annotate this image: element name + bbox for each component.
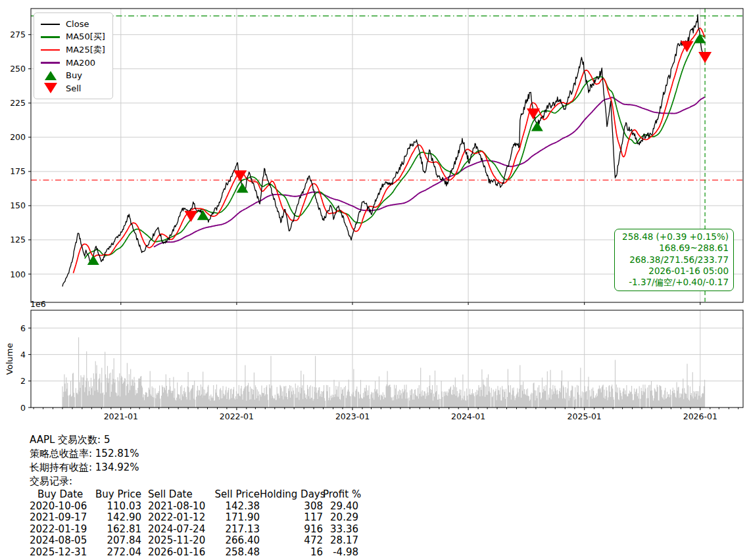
trade-cell: 29.40 [323,501,358,513]
legend-item-ma25: MA25[卖] [41,43,105,57]
stock-strategy-figure: 10012515017520022525027502462021-012022-… [0,0,749,560]
annotation-ma-values: 268.38/271.56/233.77 [619,254,729,266]
axis-tick-label: 2024-01 [451,411,485,421]
axis-tick-label: 175 [10,166,26,176]
legend-item-buy: Buy [41,69,105,82]
axis-tick-label: 250 [10,64,26,74]
legend-label: MA25[卖] [66,44,105,56]
trade-cell: -4.98 [323,547,358,559]
trade-cell: 2022-01-12 [141,512,210,524]
axis-tick-label: 150 [10,200,26,210]
trade-cell: 207.84 [95,535,141,547]
axis-tick-label: 0 [20,403,26,413]
annotation-range: 168.69~288.61 [619,243,729,254]
close-line-swatch [41,24,60,26]
trade-cell: 2025-12-31 [30,547,95,559]
axis-tick-label: 2022-01 [220,411,254,421]
col-sell-date: Sell Date [141,489,210,501]
axis-tick-label: 2 [20,376,26,386]
col-holding-days: Holding Days [260,489,323,501]
trade-cell: 2025-11-20 [141,535,210,547]
trade-cell: 142.38 [210,501,260,513]
legend-label: Close [66,19,89,29]
legend-item-ma200: MA200 [41,57,105,70]
legend-label: MA50[买] [66,31,105,43]
volume-bars [62,337,705,408]
trade-count-line: AAPL 交易次数: 5 [30,433,358,447]
trade-cell: 258.48 [210,547,260,559]
axis-tick-label: 2026-01 [683,411,717,421]
col-buy-date: Buy Date [30,489,95,501]
ma25-line-swatch [41,49,60,51]
trade-cell: 142.90 [95,512,141,524]
trade-cell: 2021-08-10 [141,501,210,513]
col-profit: Profit % [323,489,358,501]
trade-row: 2025-12-31272.042026-01-16258.4816-4.98 [30,547,358,559]
axis-tick-label: 2021-01 [104,411,138,421]
legend-label: Sell [66,83,81,93]
trade-cell: 266.40 [210,535,260,547]
axis-tick-label: 225 [10,98,26,108]
volume-axis-label: Volume [5,343,14,375]
trade-cell: 28.17 [323,535,358,547]
axis-tick-label: 125 [10,235,26,245]
axis-tick-label: 6 [20,323,26,333]
axis-tick-label: 4 [20,350,26,360]
trade-cell: 2024-08-05 [30,535,95,547]
legend: Close MA50[买] MA25[卖] MA200 Buy Sell [34,12,113,99]
trade-cell: 2022-01-19 [30,524,95,536]
legend-item-sell: Sell [41,82,105,95]
legend-label: MA200 [66,58,95,68]
quote-annotation-box: 258.48 (+0.39 +0.15%) 168.69~288.61 268.… [614,229,734,291]
annotation-bias: -1.37/偏空/+0.40/-0.17 [619,277,729,288]
trade-cell: 20.29 [323,512,358,524]
trade-cell: 472 [260,535,323,547]
trade-records-title: 交易记录: [30,475,358,488]
trade-cell: 217.13 [210,524,260,536]
trade-cell: 171.90 [210,512,260,524]
legend-item-close: Close [41,18,105,31]
summary-text: AAPL 交易次数: 5 策略总收益率: 152.81% 长期持有收益: 134… [30,433,358,559]
strategy-return-line: 策略总收益率: 152.81% [30,447,358,461]
sell-marker [184,211,197,222]
trade-cell: 2020-10-06 [30,501,95,513]
annotation-datetime: 2026-01-16 05:00 [619,266,729,277]
trade-table: Buy Date Buy Price Sell Date Sell Price … [30,489,358,559]
volume-offset-label: 1e6 [30,299,46,309]
trade-cell: 2024-07-24 [141,524,210,536]
hold-return-line: 长期持有收益: 134.92% [30,461,358,475]
trade-row: 2021-09-17142.902022-01-12171.9011720.29 [30,512,358,524]
col-sell-price: Sell Price [210,489,260,501]
trade-cell: 308 [260,501,323,513]
trade-row: 2024-08-05207.842025-11-20266.4047228.17 [30,535,358,547]
trade-table-header: Buy Date Buy Price Sell Date Sell Price … [30,489,358,501]
axis-tick-label: 2023-01 [335,411,370,421]
buy-marker [197,210,209,220]
axis-tick-label: 275 [10,30,26,39]
axis-tick-label: 100 [10,269,26,279]
sell-triangle-icon [41,83,60,93]
trade-cell: 916 [260,524,323,536]
trade-cell: 33.36 [323,524,358,536]
trade-cell: 162.81 [95,524,141,536]
legend-item-ma50: MA50[买] [41,31,105,44]
trade-row: 2020-10-06110.032021-08-10142.3830829.40 [30,501,358,513]
trade-cell: 117 [260,512,323,524]
axis-ticks [28,35,738,410]
trade-cell: 110.03 [95,501,141,513]
legend-label: Buy [66,70,82,80]
axis-tick-label: 2025-01 [568,411,602,421]
col-buy-price: Buy Price [95,489,141,501]
ma200-line-swatch [41,62,60,64]
trade-cell: 2021-09-17 [30,512,95,524]
annotation-last-price: 258.48 (+0.39 +0.15%) [619,231,729,243]
sell-marker [681,41,694,53]
trade-row: 2022-01-19162.812024-07-24217.1391633.36 [30,524,358,536]
trade-cell: 2026-01-16 [141,547,210,559]
axis-tick-label: 200 [10,132,26,142]
trade-cell: 16 [260,547,323,559]
ma50-line-swatch [41,36,60,38]
buy-triangle-icon [41,71,60,80]
trade-cell: 272.04 [95,547,141,559]
